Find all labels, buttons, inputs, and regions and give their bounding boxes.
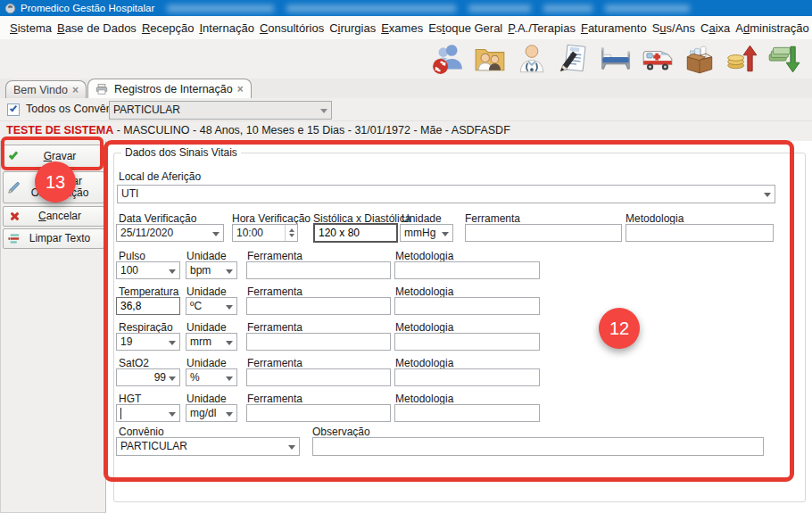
hgt-metodologia-input[interactable] bbox=[394, 404, 540, 422]
menu-estoque-geral[interactable]: Estoque Geral bbox=[426, 20, 505, 37]
menu-caixa[interactable]: Caixa bbox=[698, 20, 733, 37]
hgt-dropdown[interactable] bbox=[116, 404, 180, 422]
action-sidebar: Gravar Adicionar Observação Cancelar Lim… bbox=[0, 141, 106, 513]
data-verificacao-label: Data Verificação bbox=[119, 212, 196, 225]
metodologia-label: Metodologia bbox=[626, 212, 684, 225]
ambulance-icon[interactable] bbox=[640, 41, 675, 77]
sato2-value: 99 bbox=[120, 371, 166, 385]
chevron-down-icon bbox=[442, 232, 449, 240]
title-bar: Promedico Gestão Hospitalar bbox=[0, 0, 812, 16]
hora-verificacao-value: 10:00 bbox=[236, 227, 263, 240]
respiracao-dropdown[interactable]: 19 bbox=[116, 333, 180, 351]
menu-recepcao[interactable]: Recepção bbox=[139, 20, 197, 37]
pencil-icon bbox=[4, 181, 23, 194]
adicionar-observacao-label: Adicionar Observação bbox=[23, 176, 104, 199]
temperatura-label: Temperatura bbox=[119, 285, 178, 298]
local-afericao-value: UTI bbox=[121, 187, 761, 201]
pulso-ferramenta-input[interactable] bbox=[246, 261, 391, 279]
unidade-label: Unidade bbox=[186, 285, 227, 298]
todos-convenios-checkbox[interactable] bbox=[7, 103, 20, 116]
stock-icon[interactable] bbox=[682, 41, 717, 77]
respiracao-unidade-dropdown[interactable]: mrm bbox=[186, 333, 237, 351]
menu-pa-terapias[interactable]: P.A./Terapias bbox=[505, 20, 578, 37]
respiracao-metodologia-input[interactable] bbox=[394, 333, 540, 351]
pressao-metodologia-input[interactable] bbox=[626, 224, 774, 242]
chevron-down-icon bbox=[169, 341, 176, 349]
revenue-up-icon[interactable] bbox=[724, 41, 759, 77]
pulso-value: 100 bbox=[120, 264, 166, 277]
close-icon[interactable]: × bbox=[237, 85, 244, 94]
pulso-dropdown[interactable]: 100 bbox=[116, 261, 180, 279]
expense-down-icon[interactable] bbox=[766, 41, 801, 77]
patients-sync-icon[interactable] bbox=[430, 41, 466, 77]
respiracao-unidade-value: mrm bbox=[190, 335, 223, 349]
menu-consultorios[interactable]: Consultórios bbox=[257, 20, 327, 37]
pressao-unidade-dropdown[interactable]: mmHg bbox=[400, 224, 453, 242]
chevron-down-icon bbox=[764, 193, 771, 201]
convenio-value: PARTICULAR bbox=[120, 440, 286, 453]
chevron-down-icon bbox=[226, 341, 233, 349]
cancelar-button[interactable]: Cancelar bbox=[3, 206, 104, 227]
menu-sistema[interactable]: Sistema bbox=[7, 20, 54, 37]
tab-registros-internacao[interactable]: Registros de Internação × bbox=[87, 79, 252, 98]
temperatura-metodologia-input[interactable] bbox=[394, 297, 540, 315]
close-icon[interactable]: × bbox=[72, 86, 79, 95]
hospital-bed-icon[interactable] bbox=[598, 41, 634, 77]
gravar-button[interactable]: Gravar bbox=[3, 145, 104, 168]
patient-name: TESTE DE SISTEMA bbox=[6, 124, 113, 137]
menu-cirurgias[interactable]: Cirurgias bbox=[327, 20, 378, 37]
doctor-icon[interactable] bbox=[514, 41, 550, 77]
hgt-unidade-dropdown[interactable]: mg/dl bbox=[186, 404, 237, 422]
patient-info-bar: TESTE DE SISTEMA - MASCULINO - 48 Anos, … bbox=[0, 121, 812, 141]
convenio-dropdown[interactable]: PARTICULAR bbox=[116, 437, 300, 456]
sato2-dropdown[interactable]: 99 bbox=[116, 368, 180, 386]
sato2-unidade-value: % bbox=[190, 371, 223, 385]
exam-document-icon[interactable] bbox=[556, 41, 592, 77]
observacao-input[interactable] bbox=[312, 437, 764, 456]
reception-icon[interactable] bbox=[472, 41, 508, 77]
pulso-label: Pulso bbox=[119, 250, 145, 262]
chevron-down-icon bbox=[226, 412, 233, 420]
chevron-down-icon bbox=[212, 232, 220, 240]
data-verificacao-dropdown[interactable]: 25/11/2020 bbox=[116, 224, 224, 242]
menu-sus-ans[interactable]: Sus/Ans bbox=[650, 20, 698, 37]
cancelar-label: Cancelar bbox=[23, 211, 104, 222]
hgt-ferramenta-input[interactable] bbox=[246, 404, 391, 422]
sato2-ferramenta-input[interactable] bbox=[246, 368, 391, 386]
limpar-texto-button[interactable]: Limpar Texto bbox=[3, 228, 104, 249]
temperatura-unidade-dropdown[interactable]: ºC bbox=[186, 297, 237, 315]
sato2-metodologia-input[interactable] bbox=[394, 368, 540, 386]
redacted-title-text bbox=[167, 4, 690, 12]
tab-bem-vindo[interactable]: Bem Vindo × bbox=[5, 80, 87, 98]
menu-administracao[interactable]: Administração bbox=[733, 20, 811, 37]
sato2-unidade-dropdown[interactable]: % bbox=[186, 368, 237, 386]
menu-faturamento[interactable]: Faturamento bbox=[578, 20, 650, 37]
chevron-down-icon bbox=[288, 445, 295, 453]
spin-down-icon[interactable] bbox=[289, 234, 294, 240]
convenio-filter-dropdown[interactable]: PARTICULAR bbox=[109, 101, 332, 120]
local-afericao-dropdown[interactable]: UTI bbox=[117, 185, 775, 203]
pulso-metodologia-input[interactable] bbox=[394, 261, 540, 279]
unidade-label: Unidade bbox=[186, 393, 227, 405]
menu-base-de-dados[interactable]: Base de Dados bbox=[54, 20, 139, 37]
temperatura-unidade-value: ºC bbox=[190, 300, 223, 313]
metodologia-label: Metodologia bbox=[395, 393, 453, 405]
temperatura-input[interactable] bbox=[116, 297, 180, 315]
menu-internacao[interactable]: Internação bbox=[196, 20, 256, 37]
pressao-ferramenta-input[interactable] bbox=[465, 224, 622, 242]
hora-verificacao-spinner[interactable]: 10:00 bbox=[232, 224, 298, 242]
convenio-filter-value: PARTICULAR bbox=[113, 103, 318, 117]
adicionar-observacao-button[interactable]: Adicionar Observação bbox=[3, 171, 104, 203]
spin-up-icon[interactable] bbox=[289, 226, 294, 232]
gravar-label: Gravar bbox=[23, 151, 104, 162]
chevron-down-icon bbox=[226, 376, 233, 385]
sinais-vitais-panel: Dados dos Sinais Vitais Local de Aferiçã… bbox=[106, 141, 812, 513]
chevron-down-icon bbox=[169, 412, 176, 420]
pulso-unidade-dropdown[interactable]: bpm bbox=[186, 261, 237, 279]
menu-exames[interactable]: Exames bbox=[378, 20, 426, 37]
ferramenta-label: Ferramenta bbox=[247, 393, 302, 405]
groupbox-title: Dados dos Sinais Vitais bbox=[121, 146, 241, 159]
sistolica-diastolica-input[interactable] bbox=[313, 223, 398, 243]
respiracao-ferramenta-input[interactable] bbox=[246, 333, 391, 351]
temperatura-ferramenta-input[interactable] bbox=[246, 297, 391, 315]
